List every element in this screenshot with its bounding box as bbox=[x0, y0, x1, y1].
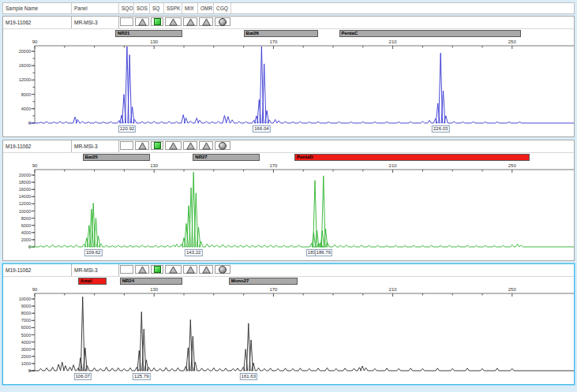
status-flag-sos[interactable] bbox=[135, 265, 149, 274]
x-tick-label: 210 bbox=[384, 39, 402, 45]
sample-row[interactable]: M19-11062MR-MSI-3 bbox=[3, 264, 574, 277]
status-flag-sq[interactable] bbox=[151, 17, 163, 26]
marker-bar-row: AmelNR24Mono27 bbox=[3, 277, 574, 286]
x-tick-label: 170 bbox=[264, 286, 282, 293]
column-header-row: Sample NamePanelSQOSOSSQSSPKMIXOMRCGQ bbox=[2, 2, 575, 14]
sample-row[interactable]: M19-11062MR-MSI-3 bbox=[3, 17, 574, 29]
column-header-spacer bbox=[231, 3, 574, 13]
sample-panel-3: M19-11062MR-MSI-3AmelNR24Mono27901301702… bbox=[2, 263, 575, 385]
column-header-panel: Panel bbox=[72, 3, 119, 13]
peak-size-label: 166.04 bbox=[253, 125, 270, 133]
pass-square-icon bbox=[154, 142, 161, 149]
marker-bar-pentac: PentaC bbox=[339, 30, 522, 37]
status-flag-mix[interactable] bbox=[183, 265, 197, 274]
status-flag-sspk[interactable] bbox=[165, 141, 182, 150]
x-tick-label: 170 bbox=[264, 39, 282, 45]
status-flag-sspk[interactable] bbox=[165, 265, 182, 274]
status-flag-sq[interactable] bbox=[151, 265, 163, 274]
column-header-sq: SQ bbox=[150, 3, 164, 13]
peak-size-label: 226.03 bbox=[432, 125, 449, 133]
sample-name[interactable]: M19-11062 bbox=[3, 264, 72, 276]
status-flag-sqo[interactable] bbox=[120, 17, 133, 26]
electropherogram-plot[interactable]: 9013017021025020000180001600014000120001… bbox=[3, 162, 574, 260]
y-tick-label: 6000 bbox=[3, 223, 31, 228]
marker-bar-amel: Amel bbox=[78, 278, 107, 285]
x-tick-label: 130 bbox=[145, 162, 163, 169]
y-tick-label: 20000 bbox=[3, 173, 31, 177]
status-flag-omr[interactable] bbox=[199, 141, 213, 150]
y-tick-label: 5000 bbox=[3, 333, 31, 338]
sample-name[interactable]: M19-11062 bbox=[3, 17, 72, 28]
warning-triangle-icon bbox=[169, 142, 178, 150]
x-tick-label: 250 bbox=[504, 286, 521, 293]
x-tick-label: 250 bbox=[504, 162, 521, 169]
electropherogram-plot[interactable]: 9013017021025010000900080007000600050004… bbox=[3, 286, 574, 384]
warning-triangle-icon bbox=[169, 266, 178, 274]
marker-bar-mono27: Mono27 bbox=[229, 278, 298, 285]
sample-name[interactable]: M19-11062 bbox=[3, 140, 72, 152]
y-tick-label: 8000 bbox=[3, 311, 31, 315]
panel-name[interactable]: MR-MSI-3 bbox=[72, 17, 119, 28]
status-flag-sos[interactable] bbox=[135, 17, 149, 26]
y-tick-label: 3000 bbox=[3, 347, 31, 352]
status-flag-cgq[interactable] bbox=[215, 141, 230, 150]
status-flag-sq[interactable] bbox=[151, 141, 163, 150]
column-header-omr: OMR bbox=[198, 3, 214, 13]
trace-path bbox=[28, 297, 574, 371]
status-flag-sspk[interactable] bbox=[165, 17, 182, 26]
y-tick-label: 4000 bbox=[3, 230, 31, 235]
y-tick-label: 18000 bbox=[3, 180, 31, 185]
status-flag-sqo[interactable] bbox=[120, 141, 133, 150]
peak-size-label: 120.92 bbox=[118, 125, 136, 133]
trace-chart[interactable] bbox=[3, 169, 574, 251]
marker-bar-row: NR21Bat26PentaC bbox=[3, 29, 574, 38]
y-tick-label: 14000 bbox=[3, 194, 31, 199]
electropherogram-plot[interactable]: 9013017021025020000160001200080004000012… bbox=[3, 38, 574, 136]
trace-chart[interactable] bbox=[3, 45, 574, 127]
marker-bar-row: Bat25NR27PentaD bbox=[3, 153, 574, 162]
y-tick-label: 12000 bbox=[3, 77, 31, 82]
x-tick-label: 130 bbox=[145, 39, 163, 45]
x-tick-label: 210 bbox=[384, 286, 402, 293]
warning-triangle-icon bbox=[202, 142, 211, 150]
x-tick-label: 90 bbox=[26, 39, 43, 45]
panel-name[interactable]: MR-MSI-3 bbox=[72, 264, 119, 276]
sample-panel-1: M19-11062MR-MSI-3NR21Bat26PentaC90130170… bbox=[2, 16, 575, 137]
column-header-sqo: SQO bbox=[119, 3, 134, 13]
status-flag-sqo[interactable] bbox=[120, 265, 133, 274]
peak-size-label: 161.63 bbox=[240, 373, 257, 380]
trace-chart[interactable] bbox=[3, 293, 574, 375]
y-tick-label: 10000 bbox=[3, 209, 31, 214]
x-tick-label: 210 bbox=[384, 162, 402, 169]
column-header-sample-name: Sample Name bbox=[3, 3, 72, 13]
status-flag-mix[interactable] bbox=[183, 141, 197, 150]
y-tick-label: 2000 bbox=[3, 237, 31, 242]
y-tick-label: 4000 bbox=[3, 106, 31, 111]
status-flag-omr[interactable] bbox=[199, 17, 213, 26]
warning-triangle-icon bbox=[138, 18, 147, 26]
panel-name[interactable]: MR-MSI-3 bbox=[72, 140, 119, 152]
y-tick-label: 20000 bbox=[3, 49, 31, 54]
x-tick-label: 170 bbox=[264, 162, 282, 169]
status-flag-cgq[interactable] bbox=[215, 17, 230, 26]
y-tick-label: 4000 bbox=[3, 340, 31, 345]
y-tick-label: 9000 bbox=[3, 304, 31, 308]
column-header-cgq: CGQ bbox=[214, 3, 231, 13]
status-flag-cgq[interactable] bbox=[215, 265, 230, 274]
y-tick-label: 8000 bbox=[3, 216, 31, 221]
x-tick-label: 130 bbox=[145, 286, 163, 293]
pass-square-icon bbox=[154, 266, 161, 273]
peak-size-label: 143.22 bbox=[185, 249, 202, 256]
sample-row[interactable]: M19-11062MR-MSI-3 bbox=[3, 140, 574, 153]
warning-triangle-icon bbox=[202, 18, 211, 26]
status-flag-sos[interactable] bbox=[135, 141, 149, 150]
status-flag-mix[interactable] bbox=[183, 17, 197, 26]
y-tick-label: 16000 bbox=[3, 63, 31, 68]
status-flag-omr[interactable] bbox=[199, 265, 213, 274]
peak-size-label: 109.62 bbox=[84, 249, 102, 256]
marker-bar-bat26: Bat26 bbox=[244, 30, 319, 37]
y-tick-label: 0 bbox=[3, 368, 31, 373]
x-tick-label: 90 bbox=[26, 162, 43, 169]
y-tick-label: 0 bbox=[3, 121, 31, 125]
peak-size-label: 186.76 bbox=[315, 249, 332, 256]
